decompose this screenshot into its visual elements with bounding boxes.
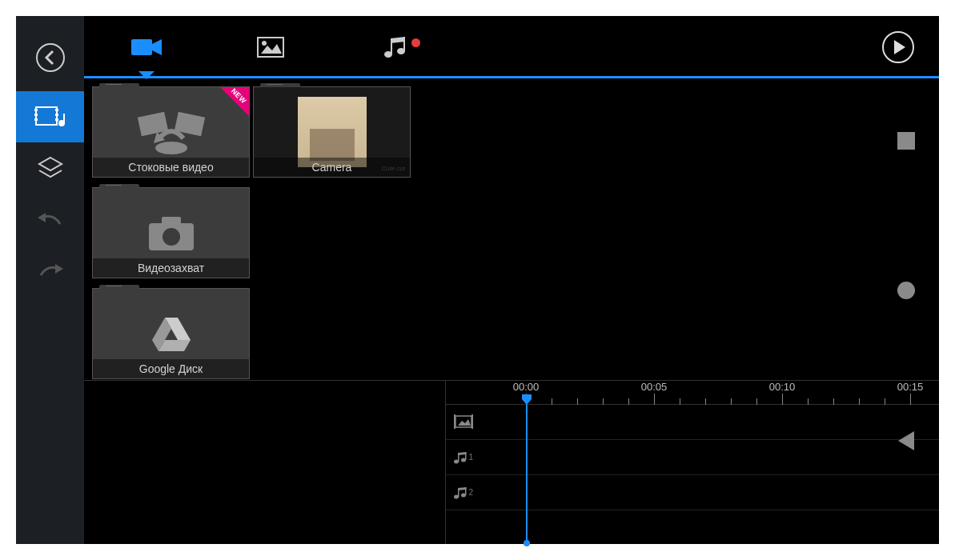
- timeline-empty-left: [84, 380, 446, 544]
- sidebar-item-redo[interactable]: [16, 245, 84, 296]
- folder-camera[interactable]: Cute cut Camera: [253, 86, 411, 178]
- image-icon: [256, 36, 285, 58]
- svg-marker-49: [522, 394, 532, 405]
- folder-google-drive[interactable]: Google Диск: [92, 288, 250, 379]
- play-button[interactable]: [881, 30, 915, 64]
- svg-rect-15: [258, 38, 283, 57]
- music-icon: [382, 35, 407, 59]
- back-button[interactable]: [16, 32, 84, 83]
- tab-video[interactable]: [84, 16, 208, 78]
- svg-marker-12: [55, 264, 63, 274]
- playhead-handle-icon: [520, 393, 533, 406]
- track-number: 1: [468, 453, 473, 462]
- google-drive-icon: [149, 314, 194, 353]
- music-note-icon: [452, 486, 467, 500]
- filmstrip-icon: [454, 414, 473, 430]
- svg-marker-22: [391, 37, 405, 43]
- playhead-end-dot: [524, 540, 530, 546]
- svg-rect-7: [55, 118, 58, 121]
- svg-rect-38: [471, 414, 473, 429]
- tab-image[interactable]: [208, 16, 332, 78]
- svg-point-0: [37, 44, 64, 71]
- folder-label: Google Диск: [93, 359, 249, 378]
- triangle-indicator-icon[interactable]: [898, 431, 914, 450]
- track-number: 2: [468, 488, 473, 497]
- track-audio-2[interactable]: 2: [446, 475, 939, 510]
- folder-label: Видеозахват: [93, 258, 249, 278]
- sidebar-item-layers[interactable]: [16, 142, 84, 194]
- ruler-label: 00:10: [769, 381, 796, 393]
- redo-icon: [36, 261, 65, 280]
- ruler-label: 00:05: [641, 381, 668, 393]
- circle-indicator-icon[interactable]: [897, 282, 915, 299]
- svg-marker-43: [458, 452, 467, 455]
- track-video[interactable]: [446, 405, 939, 440]
- svg-rect-2: [34, 109, 38, 111]
- svg-rect-5: [55, 109, 58, 111]
- svg-marker-14: [152, 39, 162, 55]
- layers-icon: [36, 156, 65, 180]
- play-icon: [881, 30, 915, 64]
- folder-label: Camera: [254, 158, 410, 177]
- timeline-tracks[interactable]: 1 2: [446, 405, 939, 544]
- undo-icon: [36, 210, 65, 229]
- svg-point-31: [163, 228, 180, 246]
- music-note-icon: [452, 450, 467, 465]
- track-head-audio2: 2: [446, 475, 476, 510]
- stock-video-icon: [131, 108, 211, 156]
- track-head-audio1: 1: [446, 440, 476, 474]
- notification-dot: [411, 38, 420, 47]
- folder-stock-video[interactable]: NEW Стоковые видео: [92, 86, 250, 178]
- right-side-indicators: [897, 132, 915, 450]
- svg-marker-48: [458, 487, 467, 490]
- chevron-left-icon: [35, 42, 66, 73]
- timeline[interactable]: 00:00 00:05 00:10 00:15: [446, 380, 939, 544]
- top-tabbar: [84, 16, 939, 78]
- main-area: NEW Стоковые видео Cute cut Camera: [84, 16, 939, 544]
- svg-marker-11: [38, 213, 46, 222]
- svg-marker-10: [39, 158, 62, 170]
- svg-point-17: [262, 41, 267, 46]
- video-camera-icon: [130, 36, 163, 58]
- svg-point-28: [155, 142, 187, 154]
- svg-marker-36: [458, 419, 471, 426]
- folder-label: Стоковые видео: [93, 158, 249, 177]
- ruler-label: 00:00: [513, 381, 540, 393]
- folder-video-capture[interactable]: Видеозахват: [92, 187, 250, 278]
- new-badge: NEW: [220, 87, 249, 116]
- svg-marker-24: [894, 40, 905, 54]
- svg-rect-37: [454, 414, 455, 429]
- track-head-video: [446, 405, 476, 439]
- tab-underline: [84, 76, 939, 78]
- camera-icon: [146, 214, 197, 252]
- svg-rect-13: [131, 39, 152, 55]
- svg-rect-3: [34, 114, 38, 116]
- sidebar-item-media[interactable]: [16, 91, 84, 142]
- left-sidebar: [16, 16, 84, 544]
- svg-rect-30: [162, 217, 181, 225]
- square-indicator-icon[interactable]: [897, 132, 915, 150]
- app-root: NEW Стоковые видео Cute cut Camera: [16, 16, 939, 544]
- playhead[interactable]: [526, 405, 528, 544]
- svg-rect-4: [34, 118, 38, 121]
- camera-thumbnail: [298, 97, 367, 167]
- tab-music[interactable]: [332, 16, 456, 78]
- track-audio-1[interactable]: 1: [446, 440, 939, 475]
- sidebar-item-undo[interactable]: [16, 194, 84, 245]
- svg-rect-9: [63, 114, 65, 123]
- media-library-icon: [34, 104, 66, 130]
- svg-rect-6: [55, 114, 58, 116]
- svg-rect-1: [36, 107, 57, 125]
